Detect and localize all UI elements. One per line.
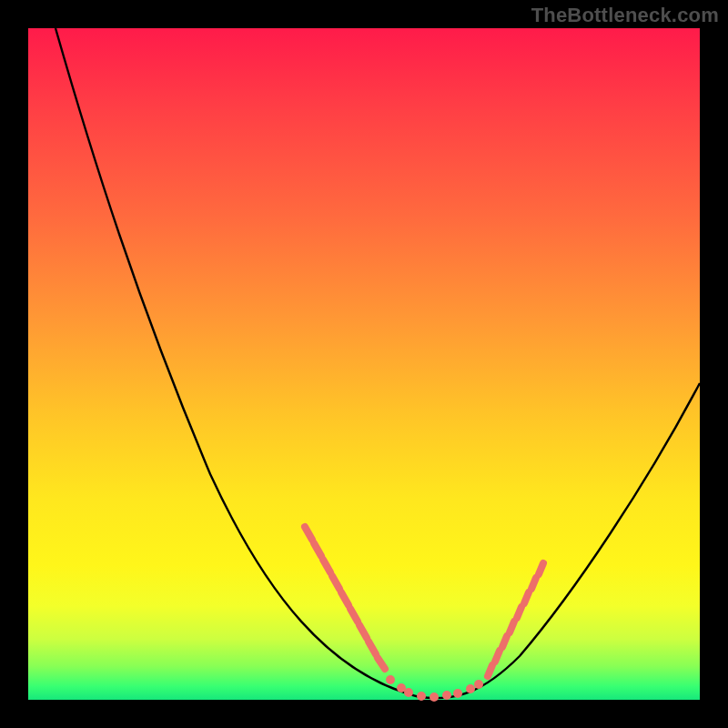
svg-point-11	[404, 688, 413, 697]
svg-point-12	[417, 692, 426, 701]
svg-line-0	[305, 527, 312, 540]
svg-point-13	[430, 693, 439, 702]
svg-point-17	[474, 680, 483, 689]
marker-cluster-left	[305, 527, 385, 669]
svg-line-5	[350, 609, 358, 622]
svg-line-6	[359, 625, 367, 638]
svg-point-14	[442, 691, 451, 700]
plot-area	[28, 28, 700, 700]
svg-line-24	[531, 578, 536, 589]
svg-line-3	[332, 576, 339, 589]
svg-line-25	[539, 563, 543, 574]
svg-line-1	[314, 543, 321, 556]
svg-line-20	[502, 636, 507, 647]
svg-point-15	[453, 689, 462, 698]
svg-line-18	[488, 665, 492, 676]
svg-line-7	[369, 642, 376, 654]
curve-path	[56, 28, 700, 698]
svg-line-4	[341, 592, 349, 605]
svg-line-23	[524, 592, 529, 603]
marker-cluster-valley	[386, 675, 483, 702]
svg-point-9	[386, 675, 395, 684]
svg-line-2	[323, 560, 330, 572]
watermark-text: TheBottleneck.com	[531, 4, 719, 27]
svg-line-8	[378, 658, 385, 669]
svg-point-16	[466, 684, 475, 693]
chart-frame: TheBottleneck.com	[0, 0, 728, 728]
svg-line-22	[517, 607, 521, 618]
bottleneck-curve	[28, 28, 700, 700]
svg-line-21	[510, 622, 514, 632]
svg-line-19	[495, 651, 500, 662]
